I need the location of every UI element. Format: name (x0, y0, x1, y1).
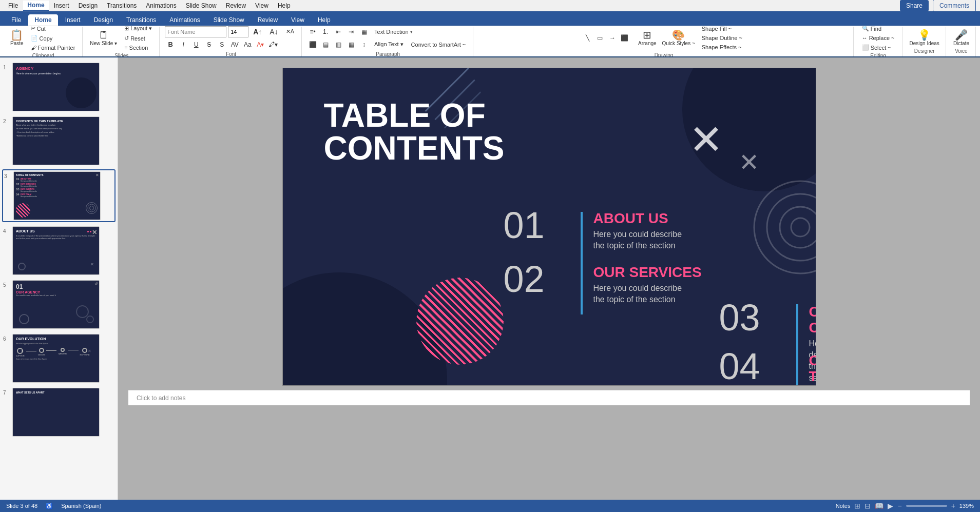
smartart-button[interactable]: Convert to SmartArt ~ (408, 41, 469, 49)
shape-outline-button[interactable]: Shape Outline ~ (699, 34, 745, 42)
tab-view[interactable]: View (285, 14, 311, 26)
slideshow-view-button[interactable]: ▶ (888, 502, 893, 510)
bullets-button[interactable]: ≡• (307, 26, 318, 37)
align-left-button[interactable]: ⬛ (307, 39, 318, 50)
menu-view[interactable]: View (251, 1, 273, 10)
new-slide-button[interactable]: 🗒 New Slide ▾ (88, 29, 119, 47)
tab-design[interactable]: Design (88, 14, 119, 26)
paste-button[interactable]: 📋 Paste (8, 29, 26, 47)
slide-thumb-1[interactable]: 1 AGENCY Here is where your presentation… (2, 62, 116, 112)
highlight-button[interactable]: 🖍▾ (267, 39, 279, 50)
shape-fill-button[interactable]: Shape Fill ~ (699, 26, 745, 33)
slide-thumb-7[interactable]: 7 WHAT SETS US APART (2, 387, 116, 438)
cut-button[interactable]: ✂Cut (28, 26, 79, 33)
fontcolor-button[interactable]: A▾ (255, 39, 266, 50)
reading-view-button[interactable]: 📖 (875, 502, 883, 510)
shape-effects-button[interactable]: Shape Effects ~ (699, 43, 745, 51)
toc-desc-2: Here you could describethe topic of the … (593, 283, 702, 306)
tab-transitions[interactable]: Transitions (120, 14, 162, 26)
line-spacing-button[interactable]: ↕ (358, 39, 370, 50)
menu-review[interactable]: Review (222, 1, 250, 10)
text-direction-button[interactable]: Text Direction▾ (371, 28, 416, 36)
format-painter-button[interactable]: 🖌Format Painter (28, 44, 79, 52)
tab-help[interactable]: Help (312, 14, 337, 26)
font-size-input[interactable] (228, 26, 248, 37)
font-name-input[interactable] (165, 26, 226, 37)
shape-rect-button[interactable]: ▭ (594, 32, 606, 44)
notes-bar[interactable]: Click to add notes (128, 390, 970, 405)
menu-insert[interactable]: Insert (50, 1, 73, 10)
comments-button[interactable]: Comments (933, 0, 976, 12)
normal-view-button[interactable]: ⊞ (854, 502, 860, 510)
increase-indent-button[interactable]: ⇥ (345, 26, 357, 37)
tab-animations[interactable]: Animations (163, 14, 206, 26)
ribbon: File Home Insert Design Transitions Anim… (0, 11, 980, 57)
design-ideas-button[interactable]: 💡 Design Ideas (908, 29, 941, 47)
menu-help[interactable]: Help (274, 1, 295, 10)
shapes-more-button[interactable]: ⬛ (619, 32, 630, 44)
slide-sorter-button[interactable]: ⊟ (864, 502, 871, 510)
increase-font-button[interactable]: A↑ (250, 27, 265, 37)
slide-thumb-3[interactable]: 3 ✕ TABLE OF CONTENTS 01 ABOUT US Here y… (2, 169, 116, 222)
copy-button[interactable]: 📄Copy (28, 34, 79, 43)
decrease-indent-button[interactable]: ⇤ (333, 26, 344, 37)
slide-thumb-5[interactable]: 5 ↺ 01 OUR AGENCY You could enter a subt… (2, 279, 116, 330)
menu-design[interactable]: Design (74, 1, 102, 10)
tab-slideshow[interactable]: Slide Show (207, 14, 251, 26)
ribbon-group-voice: 🎤 Dictate Voice (947, 27, 976, 56)
toc-desc-1: Here you could describethe topic of the … (593, 229, 682, 252)
reset-button[interactable]: ↺Reset (121, 34, 155, 43)
menu-animations[interactable]: Animations (142, 1, 180, 10)
tab-review[interactable]: Review (252, 14, 284, 26)
menu-file[interactable]: File (4, 1, 22, 10)
ribbon-group-paragraph: ≡• 1. ⇤ ⇥ ▦ Text Direction▾ ⬛ ▤ ▥ ▦ ↕ Al… (303, 27, 473, 56)
align-center-button[interactable]: ▤ (320, 39, 331, 50)
notes-button[interactable]: Notes (836, 503, 851, 509)
fontcase-button[interactable]: Aa (242, 39, 253, 50)
slide-canvas[interactable]: ✕ ✕ TABLE OF CONTENTS (282, 68, 816, 386)
shadow-button[interactable]: S (216, 39, 227, 50)
underline-button[interactable]: U (190, 39, 202, 50)
section-button[interactable]: ≡Section (121, 44, 155, 52)
columns-button[interactable]: ▦ (358, 26, 370, 37)
quick-styles-icon: 🎨 (672, 30, 685, 40)
italic-button[interactable]: I (178, 39, 189, 50)
paste-icon: 📋 (10, 30, 23, 40)
tab-file[interactable]: File (5, 14, 27, 26)
justify-button[interactable]: ▦ (345, 39, 357, 50)
bold-button[interactable]: B (165, 39, 176, 50)
shape-arrow-button[interactable]: → (607, 32, 618, 44)
layout-button[interactable]: ⊞Layout ▾ (121, 26, 155, 33)
clear-format-button[interactable]: ✕A (283, 27, 297, 36)
menu-transitions[interactable]: Transitions (103, 1, 141, 10)
quick-styles-button[interactable]: 🎨 Quick Styles ~ (660, 29, 697, 47)
share-button[interactable]: Share (900, 0, 929, 11)
toc-title-3: OUR CLIENTS (809, 304, 816, 336)
find-button[interactable]: 🔍Find (859, 26, 885, 33)
slide-thumb-6[interactable]: 6 OUR EVOLUTION We're the biggest potent… (2, 333, 116, 384)
zoom-in-button[interactable]: + (951, 502, 955, 510)
slide-number-4: 4 (3, 228, 10, 234)
menu-slideshow[interactable]: Slide Show (182, 1, 221, 10)
numbering-button[interactable]: 1. (320, 26, 331, 37)
svg-point-6 (791, 218, 810, 237)
replace-button[interactable]: ↔Replace ~ (859, 34, 898, 42)
tab-insert[interactable]: Insert (59, 14, 87, 26)
zoom-slider[interactable] (906, 505, 947, 507)
slide-thumb-2[interactable]: 2 CONTENTS OF THIS TEMPLATE About what y… (2, 115, 116, 166)
select-button[interactable]: ⬜Select ~ (859, 43, 894, 52)
tab-home[interactable]: Home (28, 14, 57, 26)
align-right-button[interactable]: ▥ (333, 39, 344, 50)
notes-placeholder: Click to add notes (137, 395, 185, 402)
dictate-button[interactable]: 🎤 Dictate (951, 29, 971, 47)
align-text-button[interactable]: Align Text ▾ (371, 40, 407, 49)
arrange-button[interactable]: ⊞ Arrange (636, 29, 659, 47)
strikethrough-button[interactable]: S (203, 39, 215, 50)
charspacing-button[interactable]: AV (229, 39, 240, 50)
zoom-out-button[interactable]: − (897, 502, 901, 510)
accessibility-icon: ♿ (46, 503, 53, 509)
slide-thumb-4[interactable]: 4 ✕ ABOUT US It could be the part of the… (2, 225, 116, 276)
shape-line-button[interactable]: ╲ (582, 32, 593, 44)
decrease-font-button[interactable]: A↓ (266, 27, 281, 37)
menu-home[interactable]: Home (23, 1, 48, 11)
